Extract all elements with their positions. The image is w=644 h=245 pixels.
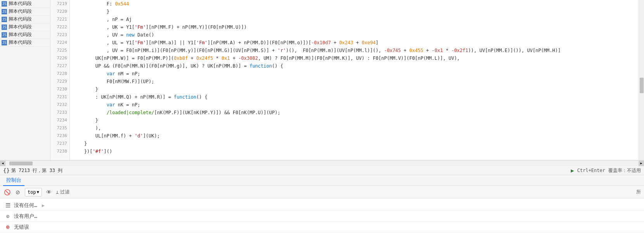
script-file-icon-6: JS — [2, 40, 7, 45]
code-line-7224: , UL = Y1['Fm'][nP(MM.a)] || Y1['Fm'][nP… — [73, 39, 639, 47]
line-7236: 7236 — [50, 132, 67, 140]
context-dropdown-icon: ▼ — [37, 190, 39, 194]
console-item-no-errors: ⊗ 无错误 — [0, 222, 644, 233]
script-item-2[interactable]: JS 脚本代码段 — [0, 8, 50, 16]
scrollbar-left-button[interactable]: ◀ — [0, 161, 5, 166]
console-item-no-messages: ☰ 没有任何… ▶ — [0, 200, 644, 211]
console-tab[interactable]: 控制台 — [3, 175, 24, 186]
list-icon: ☰ — [5, 202, 11, 209]
filter-label: 过滤 — [60, 189, 69, 195]
no-messages-text: 没有任何… — [14, 202, 37, 209]
line-7234: 7234 — [50, 116, 67, 124]
run-shortcut: Ctrl+Enter — [577, 168, 605, 173]
script-label-5: 脚本代码段 — [9, 31, 32, 38]
script-item-6[interactable]: JS 脚本代码段 — [0, 39, 50, 47]
script-item-1[interactable]: JS 脚本代码段 — [0, 0, 50, 8]
line-7226: 7226 — [50, 54, 67, 62]
user-icon: ⊙ — [5, 213, 11, 219]
line-7219: 7219 — [50, 0, 67, 8]
no-user-text: 没有用户… — [14, 213, 37, 220]
code-line-7234: } — [73, 116, 639, 124]
line-7223: 7223 — [50, 31, 67, 39]
block-icon-button[interactable]: ⊘ — [14, 188, 22, 196]
code-line-7238: })['#f']() — [73, 148, 639, 155]
scrollbar-right-button[interactable]: ▶ — [639, 161, 644, 166]
run-icon[interactable]: ▶ — [571, 167, 574, 174]
editor-area: JS 脚本代码段 JS 脚本代码段 JS 脚本代码段 JS 脚本代码段 JS 脚… — [0, 0, 644, 160]
console-items: ☰ 没有任何… ▶ ⊙ 没有用户… ⊗ 无错误 — [0, 198, 644, 245]
line-7224: 7224 — [50, 39, 67, 47]
context-selector[interactable]: top ▼ — [25, 188, 42, 196]
script-file-icon-4: JS — [2, 24, 7, 30]
line-7221: 7221 — [50, 16, 67, 23]
script-item-5[interactable]: JS 脚本代码段 — [0, 31, 50, 39]
console-header: 控制台 — [0, 175, 644, 186]
line-7229: 7229 — [50, 78, 67, 85]
line-7237: 7237 — [50, 140, 67, 148]
line-7228: 7228 — [50, 70, 67, 78]
script-sidebar: JS 脚本代码段 JS 脚本代码段 JS 脚本代码段 JS 脚本代码段 JS 脚… — [0, 0, 50, 160]
status-bar-right: ▶ Ctrl+Enter 覆盖率：不适用 — [571, 167, 641, 174]
scrollbar-thumb-h[interactable] — [9, 162, 33, 165]
script-file-icon-2: JS — [2, 9, 7, 14]
curly-braces-icon: {} — [3, 167, 10, 174]
code-line-7236: UL[nP(MM.f) + 'd'](UK); — [73, 132, 639, 140]
cursor-position: 第 7213 行，第 33 列 — [11, 167, 62, 174]
code-line-7232: var nK = nP; — [73, 101, 639, 109]
error-circle-icon: ⊗ — [5, 224, 11, 230]
script-label-6: 脚本代码段 — [9, 39, 32, 46]
no-errors-text: 无错误 — [14, 224, 29, 231]
code-line-7223: , UV = new Date() — [73, 31, 639, 39]
line-7232: 7232 — [50, 101, 67, 109]
script-file-icon-5: JS — [2, 32, 7, 38]
line-7230: 7230 — [50, 85, 67, 93]
code-line-7227: UP && (F0[nP(MM.N)](F0[nP(MM.g)], UK) ? … — [73, 62, 639, 70]
script-label-1: 脚本代码段 — [9, 0, 32, 7]
line-7235: 7235 — [50, 124, 67, 132]
code-line-7229: F0[nM(MW.F)](UP); — [73, 78, 639, 85]
script-file-icon-1: JS — [2, 1, 7, 7]
script-item-3[interactable]: JS 脚本代码段 — [0, 16, 50, 23]
context-label: top — [28, 189, 36, 195]
line-numbers-column: 7219 7220 7221 7222 7223 7224 7225 7226 … — [50, 0, 70, 160]
horizontal-scrollbar[interactable]: ◀ ▶ — [0, 160, 644, 166]
code-line-7233: /loaded|complete/[nK(MP.F)](UK[nK(MP.Y)]… — [73, 109, 639, 116]
status-bar-left: {} 第 7213 行，第 33 列 — [3, 167, 62, 174]
code-line-7220: } — [73, 8, 639, 16]
script-item-4[interactable]: JS 脚本代码段 — [0, 23, 50, 31]
filter-area: ⊥ 过滤 — [56, 189, 69, 195]
filter-icon: ⊥ — [56, 189, 59, 195]
line-7231: 7231 — [50, 93, 67, 101]
code-line-7226: UK[nP(MM.W)] = F0[nP(MM.P)](0xb8f + 0x24… — [73, 54, 639, 62]
code-line-7237: } — [73, 140, 639, 148]
vertical-scrollbar[interactable] — [639, 0, 644, 160]
line-7222: 7222 — [50, 23, 67, 31]
line-7220: 7220 — [50, 8, 67, 16]
coverage-label: 覆盖率：不适用 — [608, 167, 641, 174]
scrollbar-thumb-v[interactable] — [640, 78, 644, 93]
code-editor[interactable]: F: 0x544 } , nP = Aj , UK = Y1['Fm'][nP(… — [70, 0, 639, 160]
script-label-3: 脚本代码段 — [9, 16, 32, 23]
script-label-2: 脚本代码段 — [9, 8, 32, 15]
code-line-7221: , nP = Aj — [73, 16, 639, 23]
code-line-7235: ), — [73, 124, 639, 132]
code-line-7225: , UV = F0[nP(MM.i)](F0[nP(MM.y)](F0[nP(M… — [73, 47, 639, 54]
code-line-7219: F: 0x544 — [73, 0, 639, 8]
expand-arrow-icon[interactable]: ▶ — [42, 203, 45, 208]
script-label-4: 脚本代码段 — [9, 24, 32, 30]
line-7238: 7238 — [50, 148, 67, 155]
console-toolbar: 🚫 ⊘ top ▼ 👁 ⊥ 过滤 所 — [0, 186, 644, 198]
console-item-no-user: ⊙ 没有用户… — [0, 211, 644, 222]
line-7233: 7233 — [50, 109, 67, 116]
scrollbar-track-h[interactable] — [5, 161, 639, 166]
code-line-7228: var nM = nP; — [73, 70, 639, 78]
code-line-7230: } — [73, 85, 639, 93]
clear-console-button[interactable]: 🚫 — [3, 188, 11, 196]
status-bar: {} 第 7213 行，第 33 列 ▶ Ctrl+Enter 覆盖率：不适用 — [0, 166, 644, 175]
line-7225: 7225 — [50, 47, 67, 54]
line-7227: 7227 — [50, 62, 67, 70]
code-line-7222: , UK = Y1['Fm'][nP(MM.F) + nP(MM.Y)](F0[… — [73, 23, 639, 31]
eye-icon-button[interactable]: 👁 — [45, 188, 53, 196]
script-file-icon-3: JS — [2, 17, 7, 22]
console-section: 控制台 🚫 ⊘ top ▼ 👁 ⊥ 过滤 所 ☰ 没有任何… ▶ ⊙ 没有用户… — [0, 175, 644, 245]
